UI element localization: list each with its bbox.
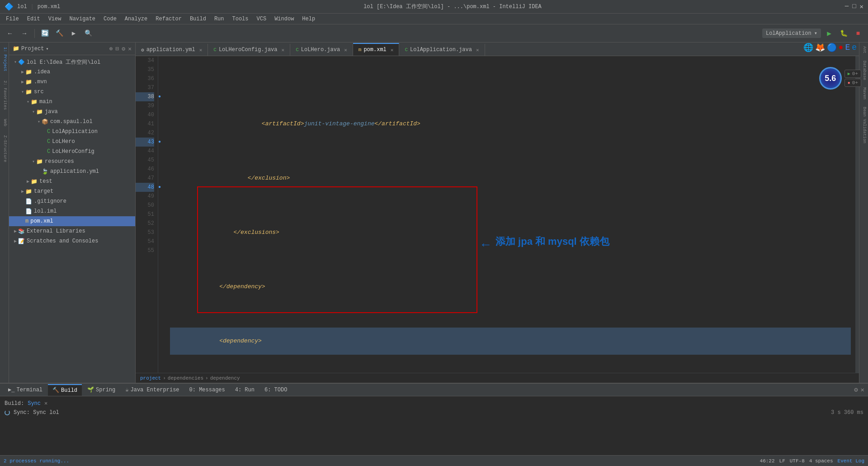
sync-spinner — [5, 410, 10, 415]
tree-item-mvn[interactable]: ▶ 📁 .mvn — [9, 77, 135, 87]
code-content[interactable]: <artifactId>junit-vintage-engine</artifa… — [165, 56, 855, 373]
tree-item-scratches[interactable]: ▶ 📝 Scratches and Consoles — [9, 236, 135, 246]
project-icon: 📁 — [13, 45, 19, 52]
spaces-indicator[interactable]: 4 spaces — [809, 458, 833, 464]
event-log-button[interactable]: Event Log — [838, 458, 864, 464]
processes-status[interactable]: 2 processes running... — [4, 458, 69, 464]
menu-item-file[interactable]: File — [2, 15, 23, 23]
tree-item-lolapp[interactable]: ▶ C LolApplication — [9, 127, 135, 137]
bottom-tab-terminal[interactable]: ▶_ Terminal — [4, 385, 47, 395]
bottom-tab-messages[interactable]: 0: Messages — [185, 385, 230, 395]
settings-icon[interactable]: ⚙ — [122, 45, 125, 52]
menu-item-vcs[interactable]: VCS — [253, 15, 270, 23]
sync-detail-text: Sync: Sync lol — [14, 409, 59, 416]
minimize-button[interactable]: ─ — [845, 3, 849, 10]
close-panel-icon[interactable]: ✕ — [128, 45, 132, 52]
code-editor[interactable]: 34 35 36 37 38 39 40 41 42 43 44 45 46 4… — [136, 56, 859, 373]
run-config-dropdown[interactable]: LolApplication ▾ — [762, 29, 821, 38]
forward-button[interactable]: → — [18, 27, 31, 40]
tree-item-lolhero[interactable]: ▶ C LoLHero — [9, 137, 135, 147]
locate-file-icon[interactable]: ⊕ — [109, 45, 113, 52]
right-tab-ant[interactable]: Ant — [859, 43, 868, 57]
titlebar-project: lol — [17, 4, 27, 10]
sync-label[interactable]: Sync — [28, 400, 41, 407]
restore-button[interactable]: □ — [852, 3, 856, 10]
line-col-indicator[interactable]: 46:22 — [760, 458, 775, 464]
tree-label-gitignore: .gitignore — [34, 198, 66, 204]
left-tab-project[interactable]: 1: Project — [0, 43, 9, 76]
tree-item-src[interactable]: ▾ 📁 src — [9, 87, 135, 97]
tab-lolapp-close[interactable]: ✕ — [476, 47, 479, 53]
bottom-settings-icon[interactable]: ⚙ — [854, 386, 858, 394]
menu-item-code[interactable]: Code — [100, 15, 120, 23]
code-line-37: </dependency> — [170, 273, 851, 300]
menu-item-help[interactable]: Help — [298, 15, 319, 23]
tree-item-test[interactable]: ▶ 📁 test — [9, 176, 135, 186]
collapse-all-icon[interactable]: ⊟ — [116, 45, 119, 52]
tree-icon-main: 📁 — [31, 99, 38, 105]
tree-item-target[interactable]: ▶ 📁 target — [9, 186, 135, 196]
close-button[interactable]: ✕ — [860, 3, 863, 10]
bottom-tab-javaenterprise[interactable]: ☕ Java Enterprise — [121, 385, 184, 395]
breadcrumb-dependencies[interactable]: dependencies — [168, 376, 203, 381]
tree-item-appyml[interactable]: ▶ 🍃 application.yml — [9, 166, 135, 176]
tab-lolheroconfig[interactable]: C LoLHeroConfig.java ✕ — [208, 44, 290, 56]
menu-item-tools[interactable]: Tools — [229, 15, 252, 23]
tree-item-java[interactable]: ▾ 📁 java — [9, 107, 135, 117]
menu-item-build[interactable]: Build — [186, 15, 210, 23]
menu-item-navigate[interactable]: Navigate — [66, 15, 99, 23]
tab-pomxml-close[interactable]: ✕ — [391, 47, 394, 53]
menu-item-window[interactable]: Window — [271, 15, 297, 23]
menu-item-run[interactable]: Run — [211, 15, 228, 23]
tab-lolheroconfig-close[interactable]: ✕ — [282, 47, 285, 53]
tree-item-gitignore[interactable]: ▶ 📄 .gitignore — [9, 196, 135, 206]
tree-item-root[interactable]: ▾ 🔷 lol E:\Idea 工作空间\lol — [9, 57, 135, 67]
bottom-tab-run[interactable]: 4: Run — [231, 385, 259, 395]
project-dropdown-arrow[interactable]: ▾ — [46, 46, 48, 52]
sync-close[interactable]: ✕ — [44, 400, 47, 407]
vertical-scrollbar[interactable] — [855, 56, 859, 373]
run-button[interactable]: ▶ — [823, 27, 835, 40]
menu-item-edit[interactable]: Edit — [24, 15, 44, 23]
tree-label-main: main — [39, 99, 52, 105]
bottom-close-icon[interactable]: ✕ — [861, 386, 864, 394]
menu-item-view[interactable]: View — [45, 15, 65, 23]
tab-appyml-close[interactable]: ✕ — [199, 47, 203, 53]
breadcrumb-dependency[interactable]: dependency — [210, 376, 240, 381]
tree-item-lolheroconfig[interactable]: ▶ C LoLHeroConfig — [9, 147, 135, 157]
bottom-tab-todo[interactable]: 6: TODO — [260, 385, 292, 395]
tree-item-extlibs[interactable]: ▶ 📚 External Libraries — [9, 226, 135, 236]
stop-button[interactable]: ■ — [852, 27, 864, 40]
tab-lolapp[interactable]: C LolApplication.java ✕ — [399, 44, 485, 56]
tab-lolhero-close[interactable]: ✕ — [344, 47, 347, 53]
menu-item-analyze[interactable]: Analyze — [121, 15, 151, 23]
right-tab-bean[interactable]: Bean Validation — [859, 103, 868, 147]
project-tree: ▾ 🔷 lol E:\Idea 工作空间\lol ▶ 📁 .idea ▶ 📁 .… — [9, 55, 135, 383]
left-tab-web[interactable]: Web — [0, 114, 9, 131]
search-everywhere-button[interactable]: 🔍 — [82, 27, 94, 40]
tree-item-idea[interactable]: ▶ 📁 .idea — [9, 67, 135, 77]
left-tab-structure[interactable]: Z-Structure — [0, 131, 9, 166]
back-button[interactable]: ← — [4, 27, 16, 40]
tab-pomxml[interactable]: m pom.xml ✕ — [353, 43, 400, 56]
left-tab-favorites[interactable]: 2: Favorites — [0, 76, 9, 114]
encoding-indicator[interactable]: UTF-8 — [790, 458, 805, 464]
tree-item-main[interactable]: ▾ 📁 main — [9, 97, 135, 107]
tree-item-package[interactable]: ▾ 📦 com.spaul.lol — [9, 117, 135, 127]
line-sep-indicator[interactable]: LF — [779, 458, 785, 464]
menu-item-refactor[interactable]: Refactor — [152, 15, 185, 23]
breadcrumb-project[interactable]: project — [140, 376, 161, 381]
sync-button[interactable]: 🔄 — [38, 27, 51, 40]
tab-appyml[interactable]: ⚙ application.yml ✕ — [136, 44, 208, 56]
tab-lolhero[interactable]: C LoLHero.java ✕ — [290, 44, 353, 56]
build-button[interactable]: 🔨 — [53, 27, 66, 40]
project-panel: 📁 Project ▾ ⊕ ⊟ ⚙ ✕ ▾ 🔷 lol E:\Idea 工作空间… — [9, 43, 136, 383]
tree-item-resources[interactable]: ▾ 📁 resources — [9, 157, 135, 166]
tree-item-loliml[interactable]: ▶ 📄 lol.iml — [9, 206, 135, 216]
tree-item-pomxml[interactable]: ▶ m pom.xml — [9, 216, 135, 226]
run-recent-button[interactable]: ▶ — [67, 27, 80, 40]
window-controls[interactable]: ─ □ ✕ — [845, 3, 863, 10]
debug-button[interactable]: 🐛 — [837, 27, 850, 40]
bottom-tab-spring[interactable]: 🌱 Spring — [83, 385, 120, 395]
bottom-tab-build[interactable]: 🔨 Build — [48, 384, 82, 396]
